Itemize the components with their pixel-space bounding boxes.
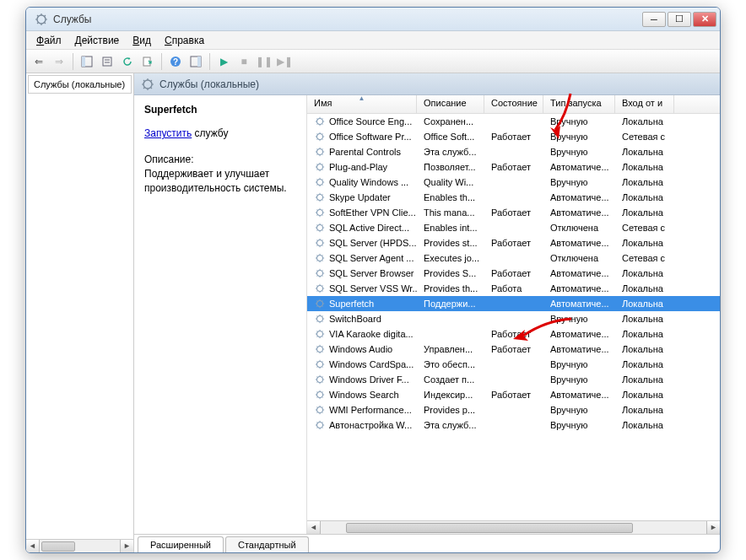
scroll-thumb[interactable] [41, 541, 75, 552]
service-row[interactable]: WMI Performance...Provides p...ВручнуюЛо… [307, 402, 720, 417]
stop-service-button[interactable]: ■ [235, 52, 253, 71]
svg-point-22 [317, 271, 323, 277]
cell-desc: Office Soft... [417, 131, 484, 143]
svg-point-0 [37, 15, 46, 24]
col-logon[interactable]: Вход от и [615, 95, 674, 113]
cell-desc [417, 318, 484, 320]
start-link[interactable]: Запустить [144, 127, 192, 139]
refresh-button[interactable] [118, 52, 137, 71]
service-row[interactable]: SoftEther VPN Clie...This mana...Работае… [307, 205, 720, 220]
menu-action[interactable]: Действие [68, 33, 127, 48]
svg-point-28 [317, 362, 323, 368]
menu-file[interactable]: Файл [30, 33, 68, 48]
window-title: Службы [53, 13, 642, 25]
action-links: Запустить службу [144, 127, 296, 139]
service-row[interactable]: Windows SearchИндексир...РаботаетАвтомат… [307, 387, 720, 402]
properties-button[interactable] [98, 52, 116, 71]
tab-standard[interactable]: Стандартный [225, 536, 309, 552]
pause-service-button[interactable]: ❚❚ [255, 52, 273, 71]
show-hide-action-button[interactable] [186, 52, 205, 71]
service-row[interactable]: Parental ControlsЭта служб...ВручнуюЛока… [307, 144, 720, 159]
cell-startup: Автоматиче... [543, 191, 615, 203]
view-tabs: Расширенный Стандартный [134, 534, 720, 552]
cell-startup: Автоматиче... [543, 343, 615, 355]
list-hscrollbar[interactable]: ◄ ► [307, 520, 720, 534]
svg-text:?: ? [173, 57, 178, 67]
col-startup[interactable]: Тип запуска [543, 95, 615, 113]
scroll-thumb[interactable] [346, 523, 633, 533]
service-row[interactable]: SQL Server Agent ...Executes jo...Отключ… [307, 250, 720, 266]
service-row[interactable]: SQL Server VSS Wr...Provides th...Работа… [307, 281, 720, 296]
menu-help[interactable]: Справка [158, 33, 211, 48]
service-row[interactable]: SQL Server (HPDS...Provides st...Работае… [307, 235, 720, 250]
tree-root-item[interactable]: Службы (локальные) [28, 75, 132, 94]
list-body[interactable]: Office Source Eng...Сохранен...ВручнуюЛо… [307, 114, 720, 520]
cell-startup: Автоматиче... [543, 298, 615, 310]
cell-status: Работает [484, 267, 543, 279]
restart-service-button[interactable]: ▶❚ [275, 52, 294, 71]
minimize-button[interactable]: ─ [642, 12, 666, 27]
col-status[interactable]: Состояние [484, 95, 543, 113]
tree-hscrollbar[interactable]: ◄ ► [26, 539, 133, 552]
svg-point-26 [317, 331, 323, 337]
service-row[interactable]: Office Source Eng...Сохранен...ВручнуюЛо… [307, 114, 720, 129]
sort-asc-icon: ▲ [359, 95, 365, 102]
cell-logon: Локальна [615, 358, 674, 370]
svg-rect-10 [197, 57, 201, 67]
service-row[interactable]: SQL Server BrowserProvides S...РаботаетА… [307, 266, 720, 281]
cell-status [484, 303, 543, 304]
cell-logon: Локальна [615, 419, 674, 431]
cell-startup: Вручную [543, 358, 615, 370]
service-row[interactable]: Windows AudioУправлен...РаботаетАвтомати… [307, 342, 720, 357]
service-row[interactable]: SwitchBoardВручнуюЛокальна [307, 311, 720, 326]
scroll-right-icon[interactable]: ► [120, 540, 133, 553]
service-row[interactable]: Skype UpdaterEnables th...Автоматиче...Л… [307, 190, 720, 205]
service-row[interactable]: Windows CardSpa...Это обесп...ВручнуюЛок… [307, 357, 720, 372]
service-row[interactable]: Windows Driver F...Создает п...ВручнуюЛо… [307, 372, 720, 387]
service-row[interactable]: Office Software Pr...Office Soft...Работ… [307, 129, 720, 144]
export-button[interactable] [138, 52, 157, 71]
service-row[interactable]: SQL Active Direct...Enables int...Отключ… [307, 220, 720, 235]
cell-logon: Сетевая с [615, 252, 674, 264]
service-list: Имя▲ Описание Состояние Тип запуска Вход… [306, 95, 720, 534]
tab-extended[interactable]: Расширенный [138, 536, 224, 552]
cell-logon: Локальна [615, 374, 674, 385]
col-desc[interactable]: Описание [417, 95, 484, 113]
back-button[interactable]: ⇐ [30, 52, 48, 71]
cell-desc: Сохранен... [417, 116, 484, 127]
titlebar[interactable]: Службы ─ ☐ ✕ [26, 8, 720, 31]
service-row[interactable]: SuperfetchПоддержи...Автоматиче...Локаль… [307, 296, 720, 311]
svg-point-27 [317, 347, 323, 353]
service-row[interactable]: Quality Windows ...Quality Wi...ВручнуюЛ… [307, 175, 720, 190]
cell-startup: Автоматиче... [543, 389, 615, 401]
start-service-button[interactable]: ▶ [214, 52, 233, 71]
close-button[interactable]: ✕ [693, 12, 716, 27]
forward-button[interactable]: ⇒ [50, 52, 68, 71]
show-hide-tree-button[interactable] [78, 52, 96, 71]
cell-name: SQL Server (HPDS... [307, 236, 417, 250]
help-button[interactable]: ? [166, 52, 185, 71]
cell-name: SQL Server Agent ... [307, 251, 417, 265]
service-row[interactable]: VIA Karaoke digita...РаботаетАвтоматиче.… [307, 326, 720, 342]
svg-point-31 [317, 407, 323, 413]
menu-view[interactable]: Вид [126, 33, 158, 48]
service-row[interactable]: Автонастройка W...Эта служб...ВручнуюЛок… [307, 417, 720, 433]
scroll-right-icon[interactable]: ► [706, 521, 720, 534]
cell-logon: Локальна [615, 146, 674, 158]
cell-desc: Эта служб... [417, 146, 484, 158]
cell-logon: Локальна [615, 267, 674, 279]
scroll-left-icon[interactable]: ◄ [26, 540, 40, 553]
cell-status [484, 121, 543, 122]
service-row[interactable]: Plug-and-PlayПозволяет...РаботаетАвтомат… [307, 159, 720, 175]
col-name[interactable]: Имя▲ [307, 95, 417, 113]
cell-desc: Provides S... [417, 267, 484, 279]
cell-startup: Вручную [543, 374, 615, 385]
maximize-button[interactable]: ☐ [668, 12, 691, 27]
cell-startup: Вручную [543, 313, 615, 325]
cell-status [484, 181, 543, 183]
scroll-left-icon[interactable]: ◄ [307, 521, 321, 534]
cell-startup: Автоматиче... [543, 267, 615, 279]
description-text: Поддерживает и улучшает производительнос… [144, 168, 287, 194]
svg-point-21 [317, 256, 323, 261]
svg-point-24 [317, 301, 323, 307]
